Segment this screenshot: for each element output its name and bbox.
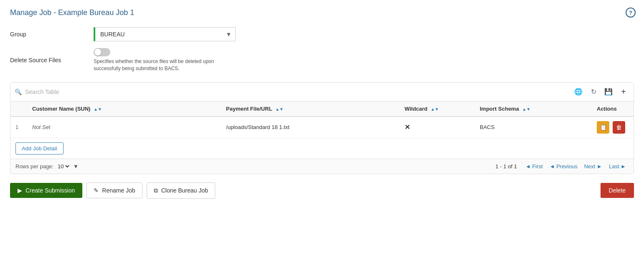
pagination-controls: 1 - 1 of 1 ◄ First ◄ Previous Next ► Las… — [496, 162, 629, 170]
toggle-wrapper — [94, 48, 236, 56]
rename-job-button[interactable]: Rename Job — [87, 182, 142, 198]
sort-icon-import: ▲▼ — [522, 107, 531, 111]
add-toolbar-button[interactable]: + — [618, 86, 629, 98]
col-num — [10, 101, 27, 117]
table-row: 1 Not Set /uploads/Standard 18 1.txt ✕ B… — [10, 117, 634, 138]
data-table: Customer Name (SUN) ▲▼ Payment File/URL … — [10, 101, 634, 138]
toggle-section: Specifies whether the source files will … — [94, 48, 236, 72]
table-header-row: Customer Name (SUN) ▲▼ Payment File/URL … — [10, 101, 634, 117]
toggle-knob — [94, 49, 101, 56]
rows-per-page-section: Rows per page: 10 25 50 ▼ — [15, 163, 79, 170]
sort-icon-customer: ▲▼ — [94, 107, 102, 111]
search-icon: 🔍 — [15, 89, 22, 95]
clone-icon — [154, 187, 158, 194]
page-title: Manage Job - Example Bureau Job 1 — [10, 8, 634, 17]
row-customer-name: Not Set — [27, 117, 221, 138]
search-input[interactable] — [25, 89, 569, 95]
pagination-row: Rows per page: 10 25 50 ▼ 1 - 1 of 1 ◄ F… — [10, 159, 634, 174]
page-container: Manage Job - Example Bureau Job 1 ? Grou… — [0, 0, 644, 271]
group-label: Group — [10, 31, 94, 38]
delete-button[interactable]: Delete — [601, 183, 634, 198]
sort-icon-wildcard: ▲▼ — [430, 107, 439, 111]
table-section: 🔍 🌐 ↻ 💾 + Customer Name (SUN) ▲▼ — [10, 82, 634, 174]
group-row: Group BUREAU OTHER ▼ — [10, 27, 634, 41]
save-toolbar-button[interactable]: 💾 — [603, 86, 614, 98]
form-section: Group BUREAU OTHER ▼ Delete Source Files… — [10, 27, 634, 72]
row-wildcard: ✕ — [400, 117, 475, 138]
clone-bureau-label: Clone Bureau Job — [161, 187, 208, 194]
col-wildcard: Wildcard ▲▼ — [400, 101, 475, 117]
col-import-schema: Import Schema ▲▼ — [475, 101, 592, 117]
first-page-button[interactable]: ◄ First — [523, 162, 545, 170]
rows-per-page-select[interactable]: 10 25 50 — [56, 163, 71, 170]
col-payment-file: Payment File/URL ▲▼ — [221, 101, 400, 117]
play-icon — [18, 187, 22, 194]
group-select-wrapper: BUREAU OTHER ▼ — [94, 27, 236, 41]
page-info: 1 - 1 of 1 — [496, 163, 517, 170]
rows-per-page-label: Rows per page: — [15, 163, 53, 170]
previous-page-button[interactable]: ◄ Previous — [547, 162, 580, 170]
row-payment-file: /uploads/Standard 18 1.txt — [221, 117, 400, 138]
group-select[interactable]: BUREAU OTHER — [94, 27, 236, 41]
next-page-button[interactable]: Next ► — [582, 162, 605, 170]
delete-source-label: Delete Source Files — [10, 57, 94, 63]
col-actions: Actions — [592, 101, 634, 117]
delete-action-button[interactable]: 🗑 — [613, 121, 625, 134]
sort-icon-payment: ▲▼ — [275, 107, 284, 111]
toggle-description: Specifies whether the source files will … — [94, 58, 236, 72]
copy-action-button[interactable]: 📋 — [597, 121, 609, 134]
last-page-button[interactable]: Last ► — [606, 162, 629, 170]
row-number: 1 — [10, 117, 27, 138]
help-icon[interactable]: ? — [626, 8, 636, 18]
col-customer-name: Customer Name (SUN) ▲▼ — [27, 101, 221, 117]
clone-bureau-button[interactable]: Clone Bureau Job — [147, 182, 215, 199]
rename-job-label: Rename Job — [102, 187, 135, 194]
delete-source-toggle[interactable] — [94, 48, 110, 56]
chevron-rows-icon: ▼ — [73, 163, 79, 170]
bottom-actions: Create Submission Rename Job Clone Burea… — [10, 182, 634, 199]
refresh-toolbar-button[interactable]: ↻ — [588, 86, 599, 98]
wildcard-x-icon: ✕ — [405, 124, 410, 131]
add-job-row: Add Job Detail — [10, 138, 634, 159]
delete-source-row: Delete Source Files Specifies whether th… — [10, 48, 634, 72]
create-submission-label: Create Submission — [25, 187, 75, 194]
create-submission-button[interactable]: Create Submission — [10, 183, 82, 198]
row-actions: 📋 🗑 — [592, 117, 634, 138]
add-job-detail-button[interactable]: Add Job Detail — [15, 142, 64, 154]
search-bar: 🔍 🌐 ↻ 💾 + — [10, 83, 634, 101]
globe-toolbar-button[interactable]: 🌐 — [573, 86, 584, 98]
search-toolbar: 🌐 ↻ 💾 + — [573, 86, 629, 98]
edit-icon — [94, 187, 99, 194]
row-import-schema: BACS — [475, 117, 592, 138]
